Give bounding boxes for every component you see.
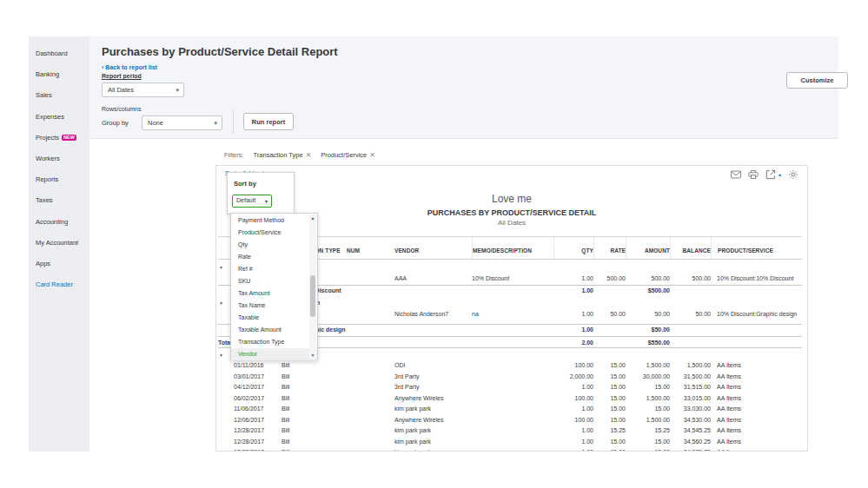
sort-option[interactable]: SKU [231,275,317,287]
table-row[interactable]: 01/11/2016BillODI100.0015.001,500.001,50… [218,360,802,372]
sidebar-item-my-accountant[interactable]: My Accountant [29,233,89,254]
table-row[interactable]: 12/28/2017Billkim park park1.0015.0015.0… [218,437,802,448]
settings-gear-icon[interactable] [788,169,798,180]
table-row[interactable]: 03/01/2017Bill3rd Party2,000.0015.0030,0… [218,372,802,383]
sort-option[interactable]: Product/Service [231,227,317,239]
sidebar-item-sales[interactable]: Sales [29,85,89,106]
table-row[interactable]: 11/06/2017Billkim park park1.0015.0015.0… [218,404,802,415]
table-row[interactable]: 06/02/2017BillAnywhere Wireles100.0015.0… [218,393,802,405]
sidebar-item-dashboard[interactable]: Dashboard [29,43,89,64]
cell-date: 04/12/2017 [234,382,282,393]
column-header[interactable]: RATE [593,237,626,259]
cell-date: 11/06/2017 [234,404,282,415]
scrollbar-thumb[interactable] [310,275,315,317]
scroll-down-icon[interactable]: ▼ [309,353,316,358]
sort-option[interactable]: Payment Method [231,214,317,227]
cell-transaction-type: Bill [282,382,347,393]
cell-qty: 100.00 [553,393,593,405]
report-period-select[interactable]: All Dates▾ [102,82,184,97]
sidebar-item-apps[interactable]: Apps [29,254,89,274]
cell-memo [472,393,553,405]
email-icon[interactable] [731,169,741,180]
spacer [218,425,234,437]
page: DashboardBankingSalesExpensesProjectsNEW… [0,0,868,488]
column-header[interactable]: VENDOR [394,237,472,259]
cell-date: 12/06/2017 [234,415,282,426]
spacer [218,382,234,393]
remove-filter-icon[interactable]: ✕ [306,151,312,159]
cell-memo [472,360,553,372]
sidebar-item-taxes[interactable]: Taxes [29,190,89,211]
cell-vendor: 3rd Party [394,382,472,393]
report-period-label: Report period [102,73,142,79]
back-to-report-list-link[interactable]: ‹Back to report list [102,64,157,70]
scroll-up-icon[interactable]: ▲ [309,215,316,221]
sort-option[interactable]: Taxable Amount [231,324,317,336]
sort-option[interactable]: Ref # [231,263,317,275]
cell-memo [472,415,553,426]
table-row[interactable]: 12/28/2017Billkim park park1.0015.0015.0… [218,447,802,452]
cell-qty: 2,000.00 [553,372,593,383]
sort-option[interactable]: Tax Name [231,300,317,312]
column-header[interactable]: BALANCE [670,237,711,259]
sidebar-item-projects[interactable]: ProjectsNEW [29,128,89,148]
group-by-select[interactable]: None▾ [142,115,222,130]
customize-button[interactable]: Customize [786,72,848,89]
sort-by-select[interactable]: Default▾ [232,195,272,208]
sidebar-item-card-reader[interactable]: Card Reader [29,274,89,295]
page-title: Purchases by Product/Service Detail Repo… [102,45,338,58]
sort-option[interactable]: Vendor [231,348,317,360]
cell-memo [472,447,553,452]
column-header[interactable]: PRODUCT/SERVICE [711,237,798,259]
sidebar-item-label: Accounting [36,218,68,226]
cell-balance: 500.00 [670,274,711,285]
column-header[interactable]: NUM [347,237,394,259]
table-row[interactable]: 12/06/2017BillAnywhere Wireles100.0015.0… [218,415,802,426]
run-report-button[interactable]: Run report [243,113,294,130]
sidebar-item-label: Reports [36,175,58,183]
export-caret-icon[interactable]: ▾ [779,172,781,178]
print-icon[interactable] [748,169,759,180]
filter-chip-label: Transaction Type [254,151,303,159]
cell-amount: 15.00 [626,437,670,448]
sidebar-item-expenses[interactable]: Expenses [29,107,89,128]
cell-product-service: AA Items [711,447,798,452]
sort-option[interactable]: Qty [231,239,317,251]
sort-option[interactable]: Tax Amount [231,287,317,300]
cell-vendor: kim park park [394,404,472,415]
sort-option[interactable]: Taxable [231,312,317,324]
cell-vendor: kim park park [394,447,472,452]
column-header[interactable]: QTY [553,237,593,259]
divider [233,109,234,134]
cell-date: 12/28/2017 [234,447,282,452]
cell-transaction-type: Bill [282,372,347,383]
cell-num [347,274,394,285]
scrollbar[interactable]: ▲▼ [309,214,316,359]
sidebar-item-workers[interactable]: Workers [29,148,89,169]
cell-qty: 2.00 [553,337,593,347]
sidebar-item-accounting[interactable]: Accounting [29,212,89,233]
spacer [218,404,234,415]
cell-date: 12/28/2017 [234,425,282,437]
sort-by-label: Sort by [234,180,256,188]
app-window: DashboardBankingSalesExpensesProjectsNEW… [29,36,838,452]
export-icon[interactable] [765,169,776,180]
sidebar-item-label: Sales [36,91,52,99]
remove-filter-icon[interactable]: ✕ [369,151,375,159]
table-row[interactable]: 04/12/2017Bill3rd Party1.0015.0015.0031,… [218,382,802,393]
sidebar-item-banking[interactable]: Banking [29,64,89,85]
sort-option[interactable]: Transaction Type [231,336,317,348]
sort-option[interactable]: Rate [231,251,317,263]
cell-qty: 1.00 [553,274,593,285]
report-header-band: Purchases by Product/Service Detail Repo… [89,36,838,139]
cell-num [347,360,394,372]
cell-vendor: 3rd Party [394,372,472,383]
table-row[interactable]: 12/28/2017Billkim park park1.0015.2515.2… [218,425,802,437]
cell-memo [472,404,553,415]
sidebar-item-reports[interactable]: Reports [29,169,89,190]
cell-amount: $500.00 [626,286,670,296]
column-header[interactable]: MEMO/DESCRIPTION [472,237,553,259]
cell-num [347,425,394,437]
sidebar-item-label: Expenses [36,113,64,121]
column-header[interactable]: AMOUNT [626,237,670,259]
